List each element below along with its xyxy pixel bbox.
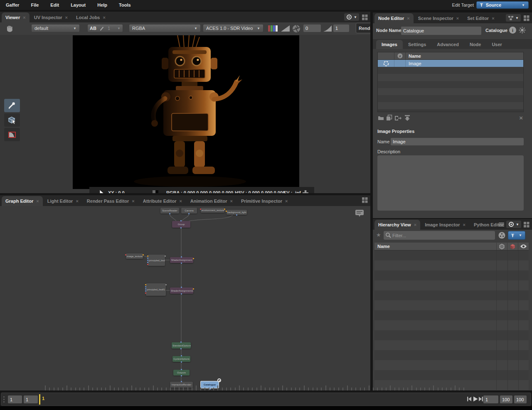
section-tab-settings[interactable]: Settings — [403, 40, 431, 49]
play-icon[interactable] — [473, 396, 478, 402]
table-row-empty[interactable] — [374, 380, 529, 390]
frame-input[interactable] — [483, 395, 498, 403]
hamburger-menu-icon[interactable] — [499, 222, 504, 227]
scene-end-input[interactable] — [514, 395, 527, 403]
table-row-empty[interactable] — [374, 280, 529, 290]
tab-graph-editor[interactable]: Graph Editor× — [2, 196, 43, 206]
edit-target-dropdown[interactable]: Ŧ Source ▼ — [476, 1, 529, 9]
section-tab-advanced[interactable]: Advanced — [431, 40, 464, 49]
menu-help[interactable]: Help — [91, 0, 113, 10]
crop-window-tool-button[interactable] — [4, 128, 20, 141]
tab-scene-inspector[interactable]: Scene Inspector× — [414, 13, 463, 23]
filter-settings-icon[interactable] — [498, 231, 506, 239]
gamma-icon[interactable] — [323, 25, 332, 32]
close-icon[interactable]: × — [36, 199, 39, 204]
hierarchy-focus-menu-button[interactable]: ▼ — [506, 221, 521, 228]
table-row-empty[interactable] — [378, 102, 523, 109]
viewer-channels-select[interactable]: RGBA ▼ — [129, 24, 201, 32]
export-icon[interactable] — [394, 115, 401, 121]
table-row-empty[interactable] — [374, 330, 529, 340]
close-icon[interactable]: × — [230, 199, 232, 204]
tab-uv-inspector[interactable]: UV Inspector× — [30, 12, 71, 22]
graph-node-principled_bsdf1[interactable]: principled_bsdf1 — [146, 283, 166, 296]
annotation-bubble-icon[interactable] — [355, 209, 364, 217]
menu-gaffer[interactable]: Gaffer — [0, 0, 25, 10]
visibility-column[interactable] — [518, 243, 529, 250]
tab-hierarchy-view[interactable]: Hierarchy View× — [374, 220, 420, 230]
close-icon[interactable]: × — [76, 199, 78, 204]
unexpanded-column[interactable] — [507, 243, 518, 250]
menu-layout[interactable]: Layout — [65, 0, 91, 10]
section-tab-user[interactable]: User — [486, 40, 507, 49]
graph-node-interactiverender[interactable]: InteractiveRender — [170, 382, 193, 388]
table-row-empty[interactable] — [378, 81, 523, 88]
layout-grid-icon[interactable] — [362, 197, 368, 203]
layout-grid-icon[interactable] — [523, 15, 530, 21]
image-description-textarea[interactable] — [377, 155, 524, 211]
range-end-input[interactable] — [500, 395, 512, 403]
skip-to-end-icon[interactable] — [478, 396, 483, 402]
close-icon[interactable]: × — [463, 223, 465, 227]
display-transform-select[interactable]: ACES 1.0 - SDR Video ▼ — [203, 24, 264, 32]
close-icon[interactable]: × — [407, 16, 409, 21]
viewer-focus-menu-button[interactable]: ▼ — [344, 13, 359, 21]
table-row-empty[interactable] — [374, 340, 529, 350]
star-icon[interactable]: ★ — [376, 232, 381, 238]
tab-viewer[interactable]: Viewer× — [2, 12, 30, 22]
duplicate-icon[interactable] — [386, 115, 392, 121]
graph-node-camera[interactable]: Camera — [181, 208, 197, 214]
table-row-empty[interactable] — [378, 74, 523, 81]
close-icon[interactable]: × — [414, 223, 416, 227]
tab-primitive-inspector[interactable]: Primitive Inspector× — [237, 196, 291, 206]
drag-handle[interactable] — [3, 396, 5, 403]
section-tab-node[interactable]: Node — [464, 40, 487, 49]
table-row-empty[interactable] — [374, 350, 529, 360]
layout-grid-icon[interactable] — [523, 221, 530, 228]
hand-icon[interactable] — [5, 24, 15, 33]
graph-node-group[interactable]: Group — [172, 221, 190, 228]
section-tab-images[interactable]: Images — [376, 40, 403, 49]
node-editor-follow-menu-button[interactable]: ▼ — [506, 14, 521, 22]
table-row-empty[interactable] — [374, 260, 529, 270]
selection-tool-button[interactable] — [4, 113, 20, 127]
graph-node-standardoptions[interactable]: StandardOptions — [172, 342, 191, 349]
table-row-empty[interactable] — [374, 270, 529, 280]
node-name-input[interactable] — [401, 27, 481, 35]
close-icon[interactable]: × — [492, 16, 494, 21]
filter-input[interactable] — [392, 233, 487, 238]
table-row-empty[interactable] — [378, 88, 523, 95]
graph-node-outputs[interactable]: Outputs — [173, 370, 190, 376]
menu-edit[interactable]: Edit — [44, 0, 65, 10]
close-icon[interactable]: × — [132, 199, 134, 204]
tab-node-editor[interactable]: Node Editor× — [374, 13, 414, 23]
close-icon[interactable]: × — [23, 15, 25, 20]
processed-column[interactable] — [496, 243, 507, 250]
new-image-icon[interactable] — [378, 115, 384, 120]
filter-search-box[interactable] — [384, 231, 495, 240]
remove-image-icon[interactable]: × — [519, 114, 523, 121]
tab-attribute-editor[interactable]: Attribute Editor× — [139, 196, 186, 206]
table-row-empty[interactable] — [374, 320, 529, 330]
exposure-input[interactable] — [303, 25, 321, 32]
current-frame-input[interactable] — [24, 395, 38, 403]
playhead[interactable] — [39, 394, 40, 405]
range-start-input[interactable] — [8, 395, 22, 403]
close-icon[interactable]: × — [65, 15, 68, 20]
ab-compare-button[interactable]: AB — [90, 26, 96, 31]
close-icon[interactable]: × — [179, 199, 182, 204]
color-picker-tool-button[interactable] — [4, 99, 20, 112]
layout-grid-icon[interactable] — [362, 14, 368, 20]
close-icon[interactable]: × — [285, 199, 288, 204]
expand-plus-icon[interactable] — [302, 190, 309, 193]
table-row-empty[interactable] — [374, 310, 529, 320]
hierarchy-target-dropdown[interactable]: Ŧ ▼ — [508, 231, 525, 240]
table-row-empty[interactable] — [374, 360, 529, 370]
graph-node-catalogue[interactable]: Catalogue — [200, 381, 219, 388]
ramp-icon[interactable] — [281, 25, 290, 32]
color-bars-icon[interactable] — [268, 25, 278, 32]
graph-node-principled_bsdf[interactable]: principled_bsdf — [148, 255, 165, 266]
close-icon[interactable]: × — [456, 16, 459, 21]
extract-icon[interactable] — [404, 115, 410, 121]
table-row-empty[interactable] — [378, 67, 523, 74]
render-button[interactable]: Render — [356, 23, 370, 33]
